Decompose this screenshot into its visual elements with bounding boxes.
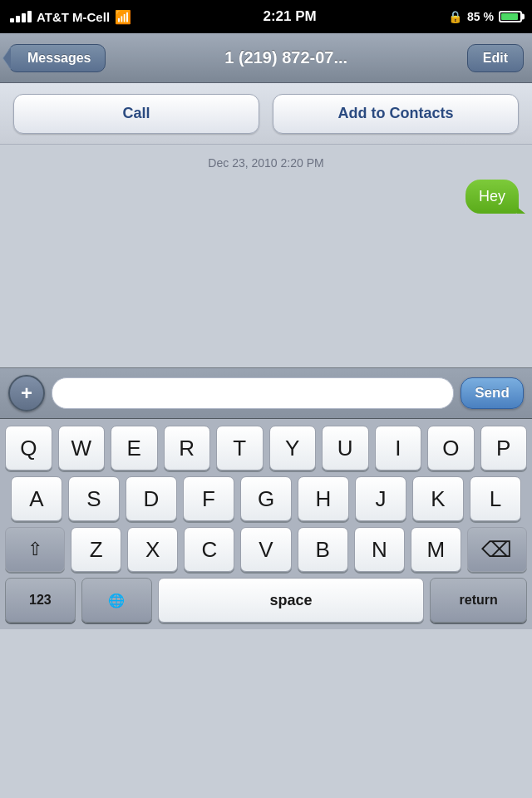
status-left: AT&T M-Cell 📶 [10, 9, 131, 25]
key-a[interactable]: A [11, 476, 62, 521]
key-x[interactable]: X [127, 527, 178, 572]
key-u[interactable]: U [322, 426, 369, 470]
globe-key[interactable]: 🌐 [81, 578, 152, 623]
key-d[interactable]: D [126, 476, 177, 521]
shift-key[interactable]: ⇧ [5, 527, 65, 572]
carrier-label: AT&T M-Cell [37, 10, 110, 24]
key-c[interactable]: C [184, 527, 234, 572]
key-w[interactable]: W [58, 426, 106, 470]
key-p[interactable]: P [480, 426, 528, 470]
key-j[interactable]: J [355, 476, 406, 521]
conversation-title: 1 (219) 872-07... [224, 48, 347, 67]
globe-icon: 🌐 [108, 593, 125, 608]
key-v[interactable]: V [240, 527, 291, 572]
message-area: Dec 23, 2010 2:20 PM Hey [0, 145, 532, 367]
status-right: 🔒 85 % [448, 10, 522, 23]
send-button[interactable]: Send [461, 377, 524, 409]
keyboard-bottom-row: 123 🌐 space return [5, 578, 527, 623]
key-r[interactable]: R [164, 426, 211, 470]
wifi-icon: 📶 [115, 9, 131, 25]
status-bar: AT&T M-Cell 📶 2:21 PM 🔒 85 % [0, 0, 532, 33]
messages-back-button[interactable]: Messages [8, 44, 106, 72]
battery-icon [499, 11, 522, 22]
key-f[interactable]: F [183, 476, 234, 521]
key-s[interactable]: S [68, 476, 120, 521]
messages-list: Hey [13, 180, 519, 214]
lock-icon: 🔒 [448, 10, 462, 23]
call-button[interactable]: Call [13, 94, 259, 134]
key-m[interactable]: M [411, 527, 461, 572]
keyboard-row-2: A S D F G H J K L [5, 476, 527, 521]
key-e[interactable]: E [111, 426, 158, 470]
battery-percent: 85 % [467, 10, 494, 23]
add-to-contacts-button[interactable]: Add to Contacts [273, 94, 519, 134]
plus-icon: + [21, 382, 32, 405]
edit-button[interactable]: Edit [467, 44, 524, 72]
action-bar: Call Add to Contacts [0, 83, 532, 145]
key-z[interactable]: Z [71, 527, 121, 572]
key-o[interactable]: O [427, 426, 475, 470]
delete-key[interactable]: ⌫ [467, 527, 527, 572]
return-key[interactable]: return [430, 578, 527, 623]
key-g[interactable]: G [240, 476, 292, 521]
numbers-key[interactable]: 123 [5, 578, 76, 623]
status-time: 2:21 PM [263, 8, 316, 25]
key-l[interactable]: L [470, 476, 521, 521]
key-n[interactable]: N [354, 527, 405, 572]
keyboard: Q W E R T Y U I O P A S D F G H J K L ⇧ … [0, 419, 532, 629]
message-text-input[interactable] [52, 377, 454, 409]
space-key[interactable]: space [158, 578, 425, 623]
nav-bar: Messages 1 (219) 872-07... Edit [0, 33, 532, 83]
message-bubble-sent: Hey [466, 180, 519, 214]
keyboard-row-1: Q W E R T Y U I O P [5, 426, 527, 470]
keyboard-row-3: ⇧ Z X C V B N M ⌫ [5, 527, 527, 572]
key-b[interactable]: B [298, 527, 348, 572]
key-h[interactable]: H [298, 476, 349, 521]
key-k[interactable]: K [412, 476, 464, 521]
key-i[interactable]: I [375, 426, 422, 470]
delete-icon: ⌫ [481, 537, 512, 563]
shift-icon: ⇧ [27, 539, 42, 560]
message-timestamp: Dec 23, 2010 2:20 PM [208, 156, 323, 170]
key-y[interactable]: Y [269, 426, 317, 470]
input-bar: + Send [0, 367, 532, 419]
add-attachment-button[interactable]: + [8, 375, 45, 411]
key-t[interactable]: T [216, 426, 264, 470]
signal-bars [10, 11, 32, 22]
key-q[interactable]: Q [5, 426, 52, 470]
